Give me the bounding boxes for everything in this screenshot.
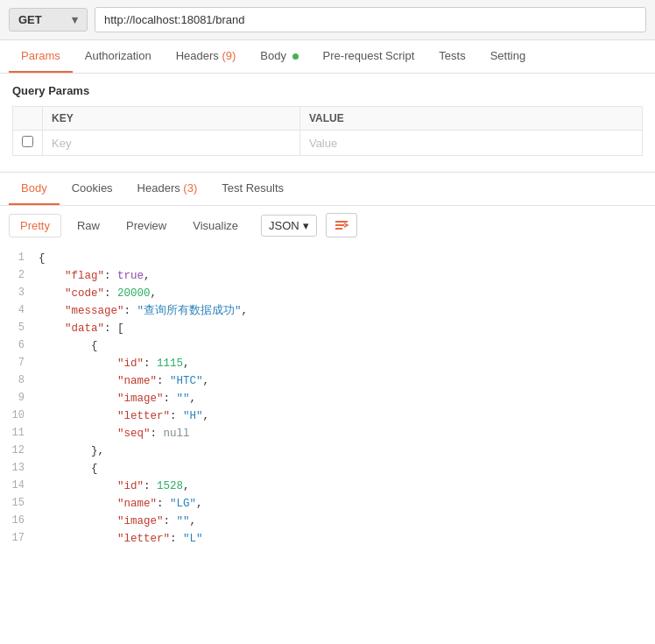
checkbox-col-header: [13, 107, 43, 131]
line-content: {: [39, 250, 46, 267]
format-pretty[interactable]: Pretty: [9, 214, 61, 237]
method-chevron: ▾: [72, 13, 78, 26]
wrap-icon: [334, 218, 349, 232]
code-line: 9 "image": "",: [0, 390, 655, 407]
tab-body[interactable]: Body: [248, 40, 310, 73]
code-line: 15 "name": "LG",: [0, 495, 655, 513]
line-content: "image": "",: [39, 513, 196, 530]
format-preview[interactable]: Preview: [116, 215, 177, 237]
line-content: "id": 1115,: [39, 355, 190, 372]
line-number: 12: [7, 442, 39, 460]
line-number: 8: [7, 372, 39, 390]
line-content: "id": 1528,: [39, 478, 190, 495]
line-content: "letter": "L": [39, 530, 203, 548]
line-number: 1: [7, 250, 39, 267]
code-line: 10 "letter": "H",: [0, 407, 655, 425]
params-checkbox-cell: [13, 131, 43, 156]
method-label: GET: [18, 13, 42, 26]
line-content: "letter": "H",: [39, 407, 209, 425]
query-params-title: Query Params: [12, 84, 643, 97]
code-line: 8 "name": "HTC",: [0, 372, 655, 390]
line-number: 13: [7, 460, 39, 478]
tab-tests[interactable]: Tests: [426, 40, 477, 73]
code-line: 2 "flag": true,: [0, 267, 655, 285]
line-number: 14: [7, 478, 39, 495]
line-number: 9: [7, 390, 39, 407]
line-content: {: [39, 460, 98, 478]
key-column-header: KEY: [43, 107, 300, 131]
query-params-section: Query Params KEY VALUE Key Value: [0, 74, 655, 156]
code-line: 7 "id": 1115,: [0, 355, 655, 372]
tab-authorization[interactable]: Authorization: [73, 40, 164, 73]
line-number: 11: [7, 425, 39, 442]
response-tab-headers[interactable]: Headers (3): [125, 173, 210, 205]
line-content: "name": "LG",: [39, 495, 203, 513]
tab-pre-request[interactable]: Pre-request Script: [311, 40, 427, 73]
line-content: {: [39, 337, 98, 355]
url-input[interactable]: [95, 7, 646, 32]
line-content: "seq": null: [39, 425, 190, 442]
tab-params[interactable]: Params: [9, 40, 73, 73]
line-number: 2: [7, 267, 39, 285]
code-view: 1{2 "flag": true,3 "code": 20000,4 "mess…: [0, 244, 655, 553]
params-key-cell[interactable]: Key: [43, 131, 300, 156]
line-number: 3: [7, 285, 39, 302]
line-content: "message": "查询所有数据成功",: [39, 302, 248, 320]
line-content: "flag": true,: [39, 267, 151, 285]
line-number: 6: [7, 337, 39, 355]
code-line: 12 },: [0, 442, 655, 460]
line-number: 16: [7, 513, 39, 530]
response-tab-cookies[interactable]: Cookies: [60, 173, 125, 205]
json-format-label: JSON: [269, 219, 299, 232]
format-raw[interactable]: Raw: [67, 215, 110, 237]
response-tabs: Body Cookies Headers (3) Test Results: [0, 173, 655, 206]
line-number: 17: [7, 530, 39, 548]
response-headers-badge: (3): [183, 181, 197, 195]
line-content: "image": "",: [39, 390, 196, 407]
wrap-button[interactable]: [326, 213, 357, 237]
line-number: 10: [7, 407, 39, 425]
code-line: 16 "image": "",: [0, 513, 655, 530]
line-content: "code": 20000,: [39, 285, 157, 302]
format-bar: Pretty Raw Preview Visualize JSON ▾: [0, 206, 655, 244]
json-format-select[interactable]: JSON ▾: [261, 215, 317, 237]
method-select[interactable]: GET ▾: [9, 8, 88, 32]
params-value-cell[interactable]: Value: [299, 131, 642, 156]
code-line: 5 "data": [: [0, 320, 655, 337]
line-number: 15: [7, 495, 39, 513]
value-column-header: VALUE: [299, 107, 642, 131]
line-content: "name": "HTC",: [39, 372, 209, 390]
body-dot: [292, 53, 299, 60]
line-number: 5: [7, 320, 39, 337]
code-line: 13 {: [0, 460, 655, 478]
code-line: 11 "seq": null: [0, 425, 655, 442]
code-line: 14 "id": 1528,: [0, 478, 655, 495]
request-tabs: Params Authorization Headers (9) Body Pr…: [0, 40, 655, 74]
headers-badge: (9): [222, 49, 236, 62]
params-row: Key Value: [13, 131, 643, 156]
tab-headers[interactable]: Headers (9): [164, 40, 249, 73]
params-checkbox[interactable]: [22, 136, 33, 147]
code-line: 3 "code": 20000,: [0, 285, 655, 302]
code-line: 6 {: [0, 337, 655, 355]
line-number: 4: [7, 302, 39, 320]
code-line: 4 "message": "查询所有数据成功",: [0, 302, 655, 320]
format-visualize[interactable]: Visualize: [182, 215, 249, 237]
params-table: KEY VALUE Key Value: [12, 106, 643, 156]
line-content: "data": [: [39, 320, 124, 337]
json-chevron: ▾: [303, 219, 309, 232]
line-content: },: [39, 442, 104, 460]
tab-settings[interactable]: Setting: [478, 40, 538, 73]
response-tab-test-results[interactable]: Test Results: [209, 173, 296, 205]
url-bar: GET ▾: [0, 0, 655, 40]
code-line: 1{: [0, 250, 655, 267]
line-number: 7: [7, 355, 39, 372]
code-line: 17 "letter": "L": [0, 530, 655, 548]
response-tab-body[interactable]: Body: [9, 173, 60, 205]
